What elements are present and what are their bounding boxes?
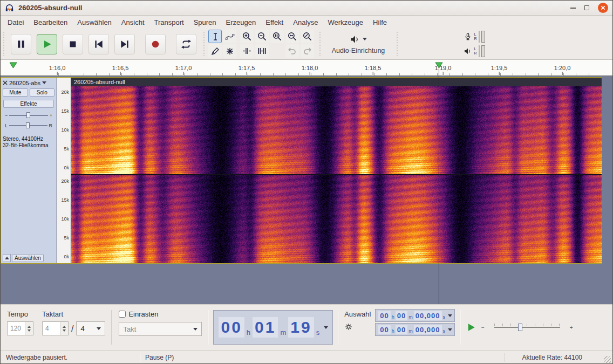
time-seconds[interactable]: 19 [288,317,314,338]
playback-meter-bar[interactable]: -48 -24 [479,45,480,57]
selection-start-field[interactable]: 00h 00m 00,000s [375,309,455,322]
status-rate: Aktuelle Rate: 44100 [522,354,582,361]
time-minutes[interactable]: 01 [253,317,278,338]
tempo-spinner[interactable] [7,321,33,335]
zoom-in-button[interactable] [240,30,254,43]
selection-tool-button[interactable] [208,30,222,43]
menu-effekt[interactable]: Effekt [261,17,288,28]
selection-label: Auswahl [344,310,371,318]
snap-mode-select[interactable]: Takt [119,322,202,336]
multi-tool-button[interactable] [223,44,236,58]
timeline-ruler[interactable]: 1:16,0 1:16,5 1:17,0 1:17,5 1:18,0 1:18,… [1,60,612,76]
freq-label: 20k [61,178,69,184]
track-info: Stereo, 44100Hz 32-Bit-Fließkomma [3,136,55,149]
track-menu-caret-icon[interactable] [42,81,46,84]
pinned-playhead-icon[interactable] [9,62,17,68]
track-select-button[interactable]: Auswählen [12,254,44,262]
silence-selection-button[interactable] [255,44,269,58]
menu-bearbeiten[interactable]: Bearbeiten [29,17,72,28]
toolbar-grip[interactable] [2,32,5,56]
menu-erzeugen[interactable]: Erzeugen [221,17,261,28]
caret-down-icon[interactable] [448,314,452,317]
meter-slider-handle[interactable] [481,45,485,57]
time-hours[interactable]: 00 [219,317,244,338]
collapse-track-button[interactable] [3,254,11,262]
menu-spuren[interactable]: Spuren [189,17,221,28]
selection-end-field[interactable]: 00h 00m 00,000s [375,323,455,336]
bottom-toolbar: Tempo Taktart / 4 [1,304,612,350]
meter-mark: -24 [479,47,480,54]
speaker-icon [350,34,360,45]
taktart-separator: / [71,324,73,334]
audio-setup-toolbar[interactable]: Audio-Einrichtung [323,30,394,58]
menu-ansicht[interactable]: Ansicht [117,17,149,28]
menu-auswaehlen[interactable]: Auswählen [72,17,117,28]
recording-meter[interactable]: LR -48 -24 [464,30,485,43]
zoom-out-button[interactable] [255,30,269,43]
skip-to-end-button[interactable] [114,34,135,54]
play-button[interactable] [37,34,57,54]
selection-settings-gear-icon[interactable] [344,322,353,331]
toolbar-grip[interactable] [396,32,398,56]
taktart-upper-spinner[interactable] [42,321,69,335]
minimize-button[interactable] [570,8,576,9]
skip-to-start-button[interactable] [88,34,109,54]
freq-label: 5k [64,235,69,241]
mute-button[interactable]: Mute [3,88,28,97]
pan-slider-thumb[interactable] [26,122,30,128]
zoom-fit-button[interactable] [285,30,299,43]
speed-slider-thumb[interactable] [518,324,522,331]
track-close-icon[interactable] [3,80,8,85]
record-button[interactable] [145,34,166,54]
snap-checkbox[interactable] [119,311,126,318]
resize-grip[interactable] [604,356,611,363]
playhead-marker-icon[interactable] [435,62,443,68]
audio-clip[interactable]: 260205-absurd-null [71,78,602,263]
undo-button[interactable] [285,44,299,58]
gain-slider-thumb[interactable] [26,112,30,118]
menu-werkzeuge[interactable]: Werkzeuge [323,17,369,28]
timeline-label: 1:16,0 [49,65,66,71]
playhead-line [439,64,439,304]
trim-outside-selection-button[interactable] [240,44,254,58]
timeline-label: 1:18,5 [365,65,382,71]
pause-button[interactable] [11,34,31,54]
toolbar-grip[interactable] [202,32,205,56]
play-at-speed-button[interactable] [466,322,476,332]
time-format-caret-icon[interactable] [324,326,328,329]
timeline-label: 1:19,5 [491,65,508,71]
restore-button[interactable] [584,5,589,10]
recording-meter-bar[interactable]: -48 -24 [479,31,480,43]
menu-datei[interactable]: Datei [3,17,29,28]
tempo-input[interactable] [8,322,25,335]
playback-meter[interactable]: LR -48 -24 [464,45,485,58]
close-button[interactable] [598,3,608,13]
clip-title[interactable]: 260205-absurd-null [71,78,602,86]
effects-button[interactable]: Effekte [3,100,54,108]
menu-transport[interactable]: Transport [149,17,189,28]
freq-label: 0k [64,254,69,259]
snap-checkbox-row[interactable]: Einrasten [119,310,202,318]
taktart-upper-input[interactable] [43,322,60,335]
redo-button[interactable] [301,44,314,58]
zoom-toggle-button[interactable] [301,30,314,43]
time-display[interactable]: 00 h 01 m 19 s [213,310,333,345]
loop-button[interactable] [176,34,196,54]
meter-slider-handle[interactable] [481,31,485,43]
draw-tool-button[interactable] [208,44,222,58]
menu-analyse[interactable]: Analyse [288,17,323,28]
track-name[interactable]: 260205-abs [9,80,40,86]
playback-speed-slider[interactable] [490,322,564,333]
gain-slider[interactable]: − + [5,112,52,118]
stop-button[interactable] [63,34,83,54]
solo-button[interactable]: Solo [30,88,55,97]
menu-hilfe[interactable]: Hilfe [368,17,392,28]
taktart-lower-select[interactable]: 4 [76,321,105,335]
pan-slider[interactable]: L R [5,122,52,128]
toolbar-grip[interactable] [318,32,321,56]
envelope-tool-button[interactable] [223,30,236,43]
zoom-selection-button[interactable] [270,30,284,43]
caret-down-icon[interactable] [448,328,452,331]
spectrogram[interactable] [71,86,602,263]
caret-down-icon [193,328,197,331]
